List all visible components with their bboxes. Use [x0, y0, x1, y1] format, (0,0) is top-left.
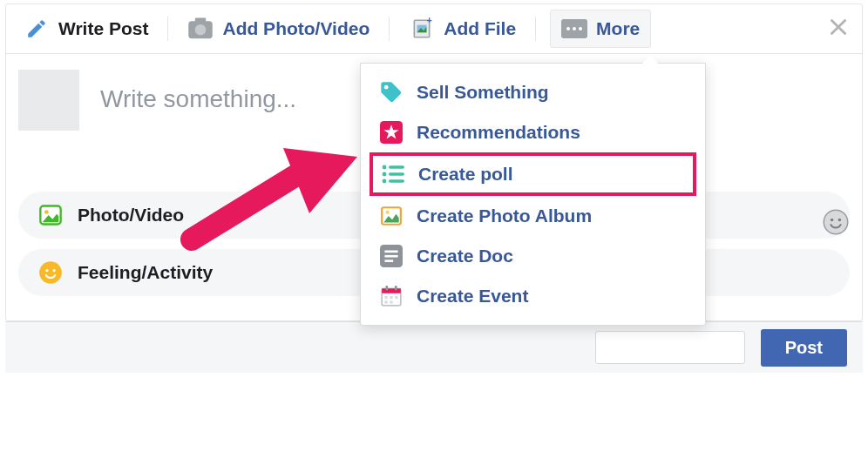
avatar: [18, 70, 79, 131]
svg-rect-38: [382, 288, 401, 293]
compose-placeholder: Write something...: [100, 85, 296, 113]
svg-point-32: [386, 211, 390, 214]
doc-icon: [378, 243, 404, 269]
svg-rect-45: [390, 300, 392, 303]
menu-create-doc[interactable]: Create Doc: [361, 236, 705, 276]
chip-label: Feeling/Activity: [78, 262, 213, 283]
menu-label: Create Photo Album: [417, 206, 592, 226]
ellipsis-icon: [561, 16, 587, 42]
svg-rect-27: [389, 172, 404, 176]
tab-add-file[interactable]: + Add File: [403, 12, 521, 45]
menu-create-poll[interactable]: Create poll: [370, 152, 696, 196]
tab-add-photo-video[interactable]: Add Photo/Video: [182, 12, 375, 45]
star-badge-icon: [378, 119, 404, 145]
camera-icon: [187, 16, 214, 42]
svg-point-18: [45, 269, 48, 272]
file-icon: +: [409, 16, 435, 42]
svg-point-19: [52, 269, 55, 272]
tab-separator: [389, 17, 390, 41]
tab-label: Add File: [444, 18, 516, 39]
svg-rect-34: [384, 251, 397, 253]
tab-label: Write Post: [58, 18, 148, 39]
svg-point-28: [383, 179, 387, 184]
menu-create-event[interactable]: Create Event: [361, 276, 705, 316]
svg-point-10: [579, 27, 582, 30]
privacy-selector[interactable]: [595, 331, 745, 364]
svg-point-21: [384, 85, 389, 90]
chip-label: Photo/Video: [78, 205, 184, 226]
svg-rect-35: [384, 255, 397, 258]
svg-rect-44: [384, 300, 387, 303]
svg-point-17: [39, 261, 62, 284]
tab-more[interactable]: More: [550, 10, 651, 48]
photo-icon: [378, 203, 404, 229]
svg-point-8: [566, 27, 570, 30]
svg-rect-36: [384, 259, 393, 262]
list-icon: [380, 161, 406, 187]
menu-label: Create poll: [418, 164, 513, 185]
svg-point-13: [838, 219, 842, 222]
svg-point-26: [383, 172, 387, 177]
more-dropdown: Sell Something Recommendations Create po…: [360, 63, 706, 326]
post-button[interactable]: Post: [761, 329, 847, 367]
svg-rect-40: [395, 286, 397, 290]
svg-text:+: +: [427, 17, 432, 25]
tag-icon: [378, 79, 404, 105]
svg-point-12: [831, 219, 834, 222]
svg-rect-41: [384, 296, 387, 299]
tab-label: More: [596, 18, 640, 39]
svg-rect-42: [390, 296, 392, 299]
menu-sell-something[interactable]: Sell Something: [361, 72, 705, 112]
svg-point-1: [195, 24, 207, 36]
menu-label: Sell Something: [417, 82, 549, 103]
post-button-label: Post: [785, 338, 823, 357]
tab-label: Add Photo/Video: [222, 18, 370, 39]
tab-separator: [167, 17, 168, 41]
svg-rect-2: [195, 18, 207, 23]
svg-point-9: [573, 27, 576, 30]
menu-recommendations[interactable]: Recommendations: [361, 112, 705, 152]
menu-create-photo-album[interactable]: Create Photo Album: [361, 196, 705, 236]
image-icon: [37, 202, 64, 228]
menu-label: Create Doc: [417, 246, 513, 266]
tab-separator: [535, 17, 536, 41]
svg-point-11: [824, 210, 848, 234]
pencil-icon: [24, 16, 50, 42]
svg-point-15: [44, 210, 49, 214]
close-icon[interactable]: [827, 16, 850, 42]
smiley-icon: [37, 259, 64, 286]
menu-label: Recommendations: [417, 122, 580, 143]
svg-rect-39: [386, 286, 389, 290]
tab-write-post[interactable]: Write Post: [18, 12, 153, 45]
svg-rect-29: [389, 179, 404, 183]
svg-rect-25: [389, 165, 404, 169]
svg-rect-43: [395, 296, 397, 299]
composer-footer: Post: [5, 321, 863, 373]
menu-label: Create Event: [417, 286, 528, 307]
svg-point-24: [383, 165, 387, 170]
composer-tabs: Write Post Add Photo/Video + Add File Mo…: [6, 4, 862, 54]
calendar-icon: [378, 283, 404, 309]
emoji-icon[interactable]: [823, 209, 849, 239]
